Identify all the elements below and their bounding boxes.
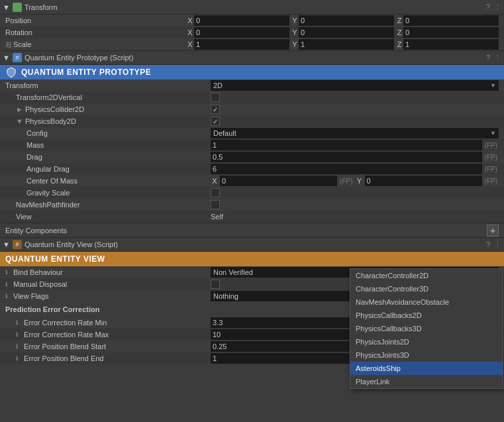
- physics-collider-label-text: PhysicsCollider2D: [25, 105, 84, 113]
- physics-collider-expand-icon[interactable]: ►: [16, 105, 23, 113]
- position-x-input[interactable]: [194, 15, 289, 26]
- qep-transform-label: Transform: [5, 81, 211, 89]
- qep-transform-dropdown[interactable]: 2D ▼: [211, 80, 499, 91]
- dropdown-menu-item[interactable]: AsteroidsShip: [350, 362, 503, 375]
- angular-drag-input[interactable]: [211, 164, 482, 174]
- scale-y-group: Y: [291, 39, 394, 50]
- qev-settings-icon[interactable]: ⋮: [494, 240, 501, 249]
- scale-label: ⛓ Scale: [5, 40, 186, 48]
- com-x-label: X: [211, 177, 219, 185]
- view-flags-value: Nothing: [213, 292, 238, 300]
- center-of-mass-row: Center Of Mass X (FP) Y (FP): [0, 175, 504, 187]
- position-values: X Y Z: [186, 15, 499, 26]
- view-label: View: [5, 213, 211, 221]
- transform-settings-icon[interactable]: ⋮: [494, 3, 501, 11]
- rotation-x-group: X: [186, 27, 289, 38]
- dropdown-menu-item[interactable]: CharacterController2D: [350, 269, 503, 282]
- view-flags-label-text: View Flags: [13, 292, 49, 300]
- qep-blue-header: QUANTUM ENTITY PROTOTYPE: [0, 65, 504, 79]
- qep-transform-value: 2D: [213, 81, 223, 89]
- physics-body-checkbox[interactable]: [211, 117, 220, 126]
- entity-components-add-button[interactable]: +: [487, 225, 499, 237]
- rotation-x-label: X: [186, 28, 194, 36]
- rotation-z-input[interactable]: [403, 27, 499, 38]
- scale-label-text: Scale: [13, 40, 32, 48]
- mass-label: Mass: [5, 141, 211, 149]
- position-z-label: Z: [395, 17, 403, 25]
- error-rate-min-label: ℹ Error Correction Rate Min: [5, 319, 211, 327]
- error-blend-end-label-text: Error Position Blend End: [24, 354, 103, 362]
- dropdown-menu-item[interactable]: PhysicsCallbacks3D: [350, 322, 503, 335]
- manual-disposal-checkbox[interactable]: [211, 280, 220, 289]
- position-z-input[interactable]: [403, 15, 499, 26]
- rotation-y-input[interactable]: [299, 27, 394, 38]
- mass-value-area: (FP): [211, 140, 499, 150]
- navmesh-checkbox[interactable]: [211, 200, 220, 209]
- physics-collider-value: [211, 105, 499, 114]
- scale-z-label: Z: [395, 40, 403, 48]
- qev-collapse-arrow[interactable]: ▼: [3, 240, 10, 248]
- transform-collapse-arrow[interactable]: ▼: [3, 3, 10, 11]
- drag-row: Drag (FP): [0, 151, 504, 163]
- scale-y-label: Y: [291, 40, 299, 48]
- qep-help-icon[interactable]: ?: [486, 54, 490, 62]
- manual-disposal-label-text: Manual Disposal: [13, 280, 67, 288]
- dropdown-menu-item[interactable]: NavMeshAvoidanceObstacle: [350, 295, 503, 309]
- qep-settings-icon[interactable]: ⋮: [494, 54, 501, 62]
- error-rate-max-label-text: Error Correction Rate Max: [24, 331, 109, 339]
- drag-label: Drag: [5, 153, 211, 161]
- transform2d-vertical-checkbox[interactable]: [211, 93, 220, 102]
- config-label: Config: [5, 129, 211, 137]
- scale-y-input[interactable]: [299, 39, 394, 50]
- scale-z-group: Z: [395, 39, 499, 50]
- scale-link-icon[interactable]: ⛓: [5, 41, 12, 48]
- config-dropdown-arrow: ▼: [490, 130, 496, 136]
- dropdown-menu-item[interactable]: PhysicsJoints2D: [350, 335, 503, 348]
- navmesh-row: NavMeshPathfinder: [0, 199, 504, 211]
- rotation-x-input[interactable]: [194, 27, 289, 38]
- physics-body-value: [211, 117, 499, 126]
- transform-help-icon[interactable]: ?: [486, 3, 490, 11]
- position-x-group: X: [186, 15, 289, 26]
- qep-transform-dropdown-arrow: ▼: [490, 82, 496, 89]
- qep-script-header: ▼ # Quantum Entity Prototype (Script) ? …: [0, 50, 504, 65]
- qep-script-title: Quantum Entity Prototype (Script): [25, 54, 486, 62]
- view-row: View Self: [0, 211, 504, 223]
- manual-disposal-icon: ℹ: [5, 281, 13, 288]
- com-y-fp: (FP): [483, 178, 499, 185]
- view-value-area: Self: [211, 213, 499, 221]
- qev-help-icon[interactable]: ?: [486, 240, 490, 249]
- com-y-input[interactable]: [365, 176, 482, 186]
- dropdown-menu-item[interactable]: PlayerLink: [350, 375, 503, 388]
- error-blend-start-label-text: Error Position Blend Start: [24, 343, 106, 350]
- qev-script-title: Quantum Entity View (Script): [25, 240, 486, 248]
- qev-orange-header: QUANTUM ENTITY VIEW: [0, 252, 504, 266]
- physics-collider-checkbox[interactable]: [211, 105, 220, 114]
- com-x-input[interactable]: [220, 176, 337, 186]
- config-dropdown[interactable]: Default ▼: [211, 128, 499, 138]
- physics-body-expand-icon[interactable]: ▼: [16, 117, 23, 125]
- transform-icon: [13, 3, 22, 12]
- bind-behaviour-icon: ℹ: [5, 269, 13, 276]
- dropdown-menu-item[interactable]: CharacterController3D: [350, 282, 503, 295]
- scale-x-input[interactable]: [194, 39, 289, 50]
- drag-input[interactable]: [211, 152, 482, 162]
- scale-z-input[interactable]: [403, 39, 499, 50]
- transform-title: Transform: [25, 3, 486, 11]
- physics-body-row: ▼ PhysicsBody2D: [0, 115, 504, 127]
- physics-collider-label: ► PhysicsCollider2D: [5, 105, 211, 113]
- dropdown-menu-item[interactable]: PhysicsJoints3D: [350, 348, 503, 362]
- gravity-scale-checkbox[interactable]: [211, 188, 220, 197]
- position-y-input[interactable]: [299, 15, 394, 26]
- mass-input[interactable]: [211, 140, 482, 150]
- position-row: Position X Y Z: [0, 15, 504, 26]
- qep-collapse-arrow[interactable]: ▼: [3, 54, 10, 62]
- dropdown-menu-item[interactable]: PhysicsCallbacks2D: [350, 309, 503, 322]
- error-rate-max-icon: ℹ: [16, 331, 24, 338]
- position-x-label: X: [186, 17, 194, 25]
- rotation-y-group: Y: [291, 27, 394, 38]
- transform-header-icons: ? ⋮: [486, 3, 501, 11]
- error-blend-end-icon: ℹ: [16, 355, 24, 362]
- shield-icon: [5, 66, 17, 78]
- scale-x-label: X: [186, 40, 194, 48]
